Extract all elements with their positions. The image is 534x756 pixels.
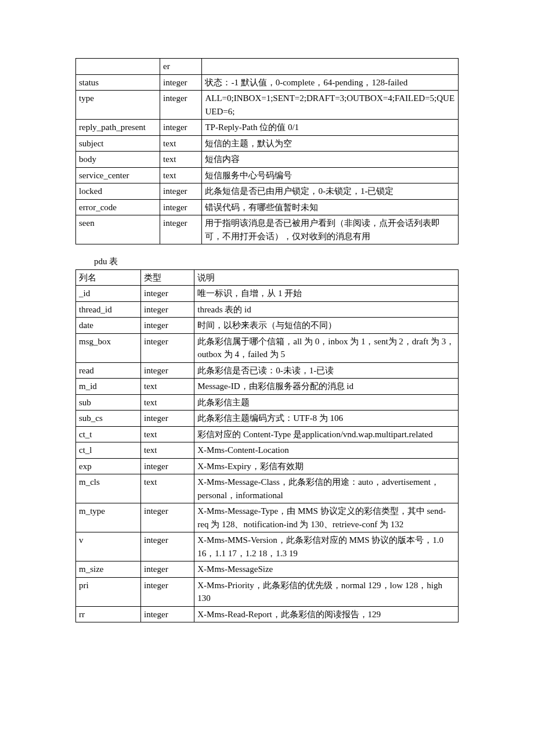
table-header-cell: 列名 <box>76 269 141 286</box>
table-cell: m_size <box>76 561 141 578</box>
table-row: statusinteger状态：-1 默认值，0-complete，64-pen… <box>76 74 459 91</box>
table-cell: X-Mms-Message-Class，此条彩信的用途：auto，adverti… <box>194 474 459 503</box>
table-cell: 短信服务中心号码编号 <box>202 167 459 183</box>
table-cell: reply_path_present <box>76 120 160 136</box>
table-row: subtext此条彩信主题 <box>76 394 459 411</box>
table-cell: ct_l <box>76 442 141 459</box>
table-cell <box>202 59 459 75</box>
table-row: m_idtextMessage-ID，由彩信服务器分配的消息 id <box>76 379 459 395</box>
table-label-pdu: pdu 表 <box>75 255 459 268</box>
table-cell: integer <box>141 301 194 318</box>
table-cell: m_type <box>76 503 141 532</box>
table-cell: _id <box>76 286 141 302</box>
table-header-cell: 说明 <box>194 269 459 286</box>
table-cell: er <box>160 59 201 75</box>
table-row: m_typeintegerX-Mms-Message-Type，由 MMS 协议… <box>76 503 459 532</box>
table-row: vintegerX-Mms-MMS-Version，此条彩信对应的 MMS 协议… <box>76 532 459 561</box>
table-row: thread_idintegerthreads 表的 id <box>76 301 459 318</box>
table-row: ct_ttext彩信对应的 Content-Type 是application/… <box>76 426 459 442</box>
table-cell: sub <box>76 394 141 411</box>
table-cell: text <box>141 426 194 442</box>
table-cell: locked <box>76 183 160 200</box>
table-cell: integer <box>160 215 201 244</box>
table-cell: integer <box>141 362 194 379</box>
table-cell: 此条彩信主题编码方式：UTF-8 为 106 <box>194 411 459 427</box>
table-cell: integer <box>141 532 194 561</box>
table-cell: thread_id <box>76 301 141 318</box>
table-row: er <box>76 59 459 75</box>
table-cell: 彩信对应的 Content-Type 是application/vnd.wap.… <box>194 426 459 442</box>
table-cell: X-Mms-Message-Type，由 MMS 协议定义的彩信类型，其中 se… <box>194 503 459 532</box>
table-cell: msg_box <box>76 333 141 362</box>
table-row: seeninteger用于指明该消息是否已被用户看到（非阅读，点开会话列表即可，… <box>76 215 459 244</box>
table-row: ct_ltextX-Mms-Content-Location <box>76 442 459 459</box>
table-row: rrintegerX-Mms-Read-Report，此条彩信的阅读报告，129 <box>76 606 459 622</box>
table-cell: X-Mms-Priority，此条彩信的优先级，normal 129，low 1… <box>194 577 459 606</box>
table-cell: seen <box>76 215 160 244</box>
table-cell: read <box>76 362 141 379</box>
table-cell: pri <box>76 577 141 606</box>
table-cell: integer <box>141 503 194 532</box>
table-cell: integer <box>141 318 194 334</box>
table-cell: ALL=0;INBOX=1;SENT=2;DRAFT=3;OUTBOX=4;FA… <box>202 91 459 120</box>
table-cell: type <box>76 91 160 120</box>
table-cell: 唯一标识，自增，从 1 开始 <box>194 286 459 302</box>
table-row: error_codeinteger错误代码，有哪些值暂时未知 <box>76 199 459 215</box>
table-cell: threads 表的 id <box>194 301 459 318</box>
table-cell: 时间，以秒来表示（与短信的不同） <box>194 318 459 334</box>
table-cell: integer <box>141 458 194 474</box>
table-sms-fields: erstatusinteger状态：-1 默认值，0-complete，64-p… <box>75 58 459 244</box>
table-cell: integer <box>160 120 201 136</box>
table-cell: 状态：-1 默认值，0-complete，64-pending，128-fail… <box>202 74 459 91</box>
table-header-row: 列名类型说明 <box>76 269 459 286</box>
table-row: lockedinteger此条短信是否已由用户锁定，0-未锁定，1-已锁定 <box>76 183 459 200</box>
table-row: reply_path_presentintegerTP-Reply-Path 位… <box>76 120 459 136</box>
table-row: expintegerX-Mms-Expiry，彩信有效期 <box>76 458 459 474</box>
table-row: sub_csinteger此条彩信主题编码方式：UTF-8 为 106 <box>76 411 459 427</box>
table-header-cell: 类型 <box>141 269 194 286</box>
table-cell: status <box>76 74 160 91</box>
table-cell: subject <box>76 135 160 152</box>
table-cell: integer <box>141 411 194 427</box>
table-cell: TP-Reply-Path 位的值 0/1 <box>202 120 459 136</box>
table-row: priintegerX-Mms-Priority，此条彩信的优先级，normal… <box>76 577 459 606</box>
table-row: service_centertext短信服务中心号码编号 <box>76 167 459 183</box>
table-row: msg_boxinteger此条彩信属于哪个信箱，all 为 0，inbox 为… <box>76 333 459 362</box>
table-cell: X-Mms-MMS-Version，此条彩信对应的 MMS 协议的版本号，1.0… <box>194 532 459 561</box>
table-cell: 此条彩信是否已读：0-未读，1-已读 <box>194 362 459 379</box>
table-cell: v <box>76 532 141 561</box>
table-cell: date <box>76 318 141 334</box>
table-cell: 错误代码，有哪些值暂时未知 <box>202 199 459 215</box>
table-cell: exp <box>76 458 141 474</box>
table-row: dateinteger时间，以秒来表示（与短信的不同） <box>76 318 459 334</box>
table-cell: text <box>160 135 201 152</box>
table-cell: text <box>141 474 194 503</box>
table-cell: service_center <box>76 167 160 183</box>
table-row: bodytext短信内容 <box>76 152 459 168</box>
table-cell: ct_t <box>76 426 141 442</box>
table-cell: 此条彩信属于哪个信箱，all 为 0，inbox 为 1，sent为 2，dra… <box>194 333 459 362</box>
table-cell: integer <box>141 606 194 622</box>
table-cell: integer <box>160 91 201 120</box>
table-cell: m_cls <box>76 474 141 503</box>
table-cell: 短信内容 <box>202 152 459 168</box>
table-cell: text <box>160 152 201 168</box>
table-cell: 此条彩信主题 <box>194 394 459 411</box>
table-cell: 短信的主题，默认为空 <box>202 135 459 152</box>
table-cell: integer <box>141 286 194 302</box>
table-cell: X-Mms-Expiry，彩信有效期 <box>194 458 459 474</box>
table-cell: rr <box>76 606 141 622</box>
table-cell: integer <box>141 561 194 578</box>
table-cell: X-Mms-Content-Location <box>194 442 459 459</box>
table-row: _idinteger唯一标识，自增，从 1 开始 <box>76 286 459 302</box>
table-cell: text <box>141 379 194 395</box>
table-cell: m_id <box>76 379 141 395</box>
table-cell: X-Mms-MessageSize <box>194 561 459 578</box>
table-cell: text <box>160 167 201 183</box>
table-cell: integer <box>160 199 201 215</box>
table-cell: 用于指明该消息是否已被用户看到（非阅读，点开会话列表即可，不用打开会话），仅对收… <box>202 215 459 244</box>
table-row: m_clstextX-Mms-Message-Class，此条彩信的用途：aut… <box>76 474 459 503</box>
table-cell: text <box>141 442 194 459</box>
table-row: subjecttext短信的主题，默认为空 <box>76 135 459 152</box>
table-cell: integer <box>160 183 201 200</box>
